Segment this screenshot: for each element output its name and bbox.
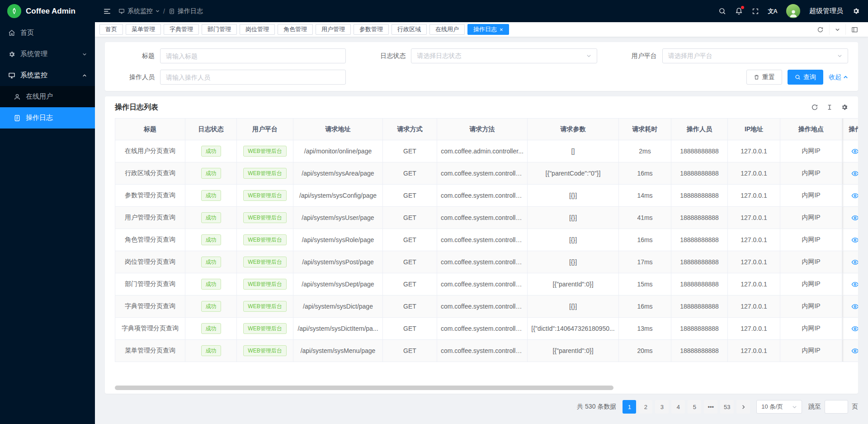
search-button[interactable]: 查询: [788, 70, 823, 85]
breadcrumb-item-operation-log[interactable]: 操作日志: [169, 7, 203, 15]
table-row[interactable]: 字典项管理分页查询 成功 WEB管理后台 /api/system/sysDict…: [115, 318, 859, 340]
search-icon[interactable]: [718, 7, 726, 15]
column-settings-gear-icon[interactable]: [841, 104, 848, 111]
user-name[interactable]: 超级管理员: [809, 7, 843, 15]
view-detail-eye-icon[interactable]: [851, 281, 858, 288]
page-size-select[interactable]: 10 条/页: [756, 400, 802, 414]
sidebar-item-home[interactable]: 首页: [0, 22, 95, 43]
tab-dict-management[interactable]: 字典管理: [164, 24, 199, 35]
table-row[interactable]: 角色管理分页查询 成功 WEB管理后台 /api/system/sysRole/…: [115, 229, 859, 251]
row-density-icon[interactable]: [826, 104, 833, 111]
more-pages-ellipsis[interactable]: •••: [704, 400, 717, 414]
view-detail-eye-icon[interactable]: [851, 258, 858, 266]
jump-to-page: 跳至 页: [808, 400, 858, 414]
horizontal-scrollbar: [115, 386, 848, 390]
breadcrumb-separator: /: [163, 8, 165, 15]
page-button-5[interactable]: 5: [688, 400, 701, 414]
breadcrumb-item-monitor[interactable]: 系统监控: [118, 7, 160, 15]
page-button-1[interactable]: 1: [623, 400, 636, 414]
status-filter-select[interactable]: 请选择日志状态: [411, 48, 597, 63]
view-detail-eye-icon[interactable]: [851, 170, 858, 177]
page-button-last[interactable]: 53: [720, 400, 734, 414]
jump-page-input[interactable]: [825, 400, 848, 414]
close-tab-icon[interactable]: ×: [500, 27, 503, 33]
tab-post-management[interactable]: 岗位管理: [240, 24, 275, 35]
view-detail-eye-icon[interactable]: [851, 236, 858, 244]
platform-filter-select[interactable]: 请选择用户平台: [662, 48, 848, 63]
platform-tag: WEB管理后台: [243, 168, 286, 179]
next-page-button[interactable]: [736, 400, 750, 414]
status-tag: 成功: [201, 301, 221, 312]
table-row[interactable]: 行政区域分页查询 成功 WEB管理后台 /api/system/sysArea/…: [115, 162, 859, 185]
notification-bell-icon[interactable]: [735, 7, 743, 15]
layout-icon[interactable]: [845, 24, 863, 35]
tab-menu-management[interactable]: 菜单管理: [126, 24, 161, 35]
sidebar-item-online-users[interactable]: 在线用户: [0, 86, 95, 107]
tab-role-management[interactable]: 角色管理: [278, 24, 313, 35]
tab-config-management[interactable]: 参数管理: [354, 24, 389, 35]
platform-tag: WEB管理后台: [243, 279, 286, 290]
pager: 1 2 3 4 5 ••• 53: [623, 400, 750, 414]
table-header-row: 标题 日志状态 用户平台 请求地址 请求方式 请求方法 请求参数 请求耗时 操作…: [115, 119, 859, 140]
sidebar-collapse-icon[interactable]: [103, 7, 111, 15]
user-icon: [14, 93, 21, 100]
settings-gear-icon[interactable]: [852, 7, 860, 15]
table-row[interactable]: 部门管理分页查询 成功 WEB管理后台 /api/system/sysDept/…: [115, 273, 859, 295]
platform-tag: WEB管理后台: [243, 323, 286, 334]
page-button-2[interactable]: 2: [639, 400, 652, 414]
platform-tag: WEB管理后台: [243, 301, 286, 312]
sidebar-item-operation-log[interactable]: 操作日志: [0, 107, 95, 129]
tab-home[interactable]: 首页: [99, 24, 123, 35]
view-detail-eye-icon[interactable]: [851, 325, 858, 333]
tab-dept-management[interactable]: 部门管理: [202, 24, 237, 35]
table-row[interactable]: 参数管理分页查询 成功 WEB管理后台 /api/system/sysConfi…: [115, 185, 859, 207]
status-tag: 成功: [201, 212, 221, 223]
table-row[interactable]: 菜单管理分页查询 成功 WEB管理后台 /api/system/sysMenu/…: [115, 340, 859, 362]
table-row[interactable]: 岗位管理分页查询 成功 WEB管理后台 /api/system/sysPost/…: [115, 251, 859, 273]
tab-user-management[interactable]: 用户管理: [316, 24, 351, 35]
chevron-down-icon: [82, 52, 87, 57]
table-row[interactable]: 字典管理分页查询 成功 WEB管理后台 /api/system/sysDict/…: [115, 295, 859, 318]
view-detail-eye-icon[interactable]: [851, 347, 858, 355]
page-button-4[interactable]: 4: [671, 400, 685, 414]
chevron-down-icon: [792, 405, 797, 410]
table-row[interactable]: 在线用户分页查询 成功 WEB管理后台 /api/monitor/online/…: [115, 140, 859, 162]
view-detail-eye-icon[interactable]: [851, 303, 858, 310]
platform-tag: WEB管理后台: [243, 146, 286, 157]
gear-icon: [8, 51, 15, 58]
view-detail-eye-icon[interactable]: [851, 192, 858, 200]
tab-operation-log[interactable]: 操作日志 ×: [467, 24, 509, 35]
page-button-3[interactable]: 3: [655, 400, 669, 414]
platform-tag: WEB管理后台: [243, 212, 286, 223]
chevron-up-icon: [843, 75, 848, 80]
pagination: 共 530 条数据 1 2 3 4 5 ••• 53 10 条/页: [105, 400, 858, 414]
refresh-tab-icon[interactable]: [811, 24, 829, 35]
chevron-up-icon: [82, 73, 87, 78]
title-filter-input[interactable]: [160, 48, 346, 63]
fullscreen-icon[interactable]: [752, 8, 759, 15]
reset-button[interactable]: 重置: [746, 70, 782, 85]
refresh-table-icon[interactable]: [811, 104, 818, 111]
collapse-filters-link[interactable]: 收起: [829, 73, 848, 81]
sidebar-submenu: 在线用户 操作日志: [0, 86, 95, 129]
horizontal-scrollbar-thumb[interactable]: [115, 386, 613, 390]
status-filter-label: 日志状态: [366, 52, 411, 60]
avatar[interactable]: [786, 4, 800, 18]
app-logo: Coffee Admin: [0, 0, 95, 22]
operator-filter-input[interactable]: [160, 70, 346, 85]
tab-admin-area[interactable]: 行政区域: [392, 24, 427, 35]
tab-options-chevron-icon[interactable]: [829, 24, 845, 35]
chevron-right-icon: [741, 405, 746, 410]
table-row[interactable]: 用户管理分页查询 成功 WEB管理后台 /api/system/sysUser/…: [115, 207, 859, 229]
chevron-down-icon: [837, 53, 842, 58]
sidebar-item-system-monitor[interactable]: 系统监控: [0, 65, 95, 86]
topbar: 系统监控 / 操作日志 文: [95, 0, 868, 22]
tab-online-users[interactable]: 在线用户: [429, 24, 465, 35]
sidebar-item-system-management[interactable]: 系统管理: [0, 43, 95, 65]
app-title: Coffee Admin: [26, 7, 75, 16]
status-tag: 成功: [201, 168, 221, 179]
view-detail-eye-icon[interactable]: [851, 148, 858, 155]
view-detail-eye-icon[interactable]: [851, 214, 858, 222]
document-icon: [14, 114, 21, 122]
translate-icon[interactable]: 文A: [768, 7, 777, 15]
